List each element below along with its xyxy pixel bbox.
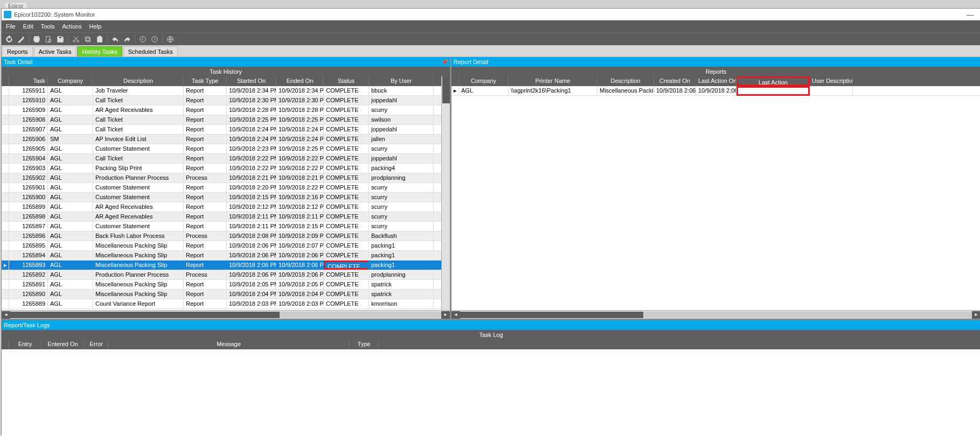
row-selector[interactable] bbox=[2, 202, 9, 212]
reports-grid-body[interactable]: ▸AGL\\agprint2k16\Packing1Miscellaneous … bbox=[451, 86, 980, 310]
rcol-printer-name[interactable]: Printer Name bbox=[509, 76, 597, 86]
col-by-user[interactable]: By User bbox=[369, 76, 434, 86]
print-icon[interactable] bbox=[31, 34, 42, 45]
lcol-message[interactable]: Message bbox=[108, 340, 350, 349]
table-row[interactable]: 1265899AGLAR Aged ReceivablesReport10/9/… bbox=[2, 202, 441, 212]
rcol-last-action[interactable]: Last Action bbox=[736, 76, 810, 86]
table-row[interactable]: 1265902AGLProduction Planner ProcessProc… bbox=[2, 173, 441, 183]
col-company[interactable]: Company bbox=[48, 76, 93, 86]
lcol-entry[interactable]: Entry bbox=[9, 340, 41, 349]
row-selector[interactable] bbox=[2, 135, 9, 144]
paste-icon[interactable] bbox=[94, 34, 105, 45]
row-selector[interactable] bbox=[2, 183, 9, 192]
row-selector[interactable] bbox=[2, 173, 9, 182]
row-selector[interactable] bbox=[2, 115, 9, 124]
table-row[interactable]: ▸1265893AGLMiscellaneous Packing SlipRep… bbox=[2, 261, 441, 270]
table-row[interactable]: 1265901AGLCustomer StatementReport10/9/2… bbox=[2, 183, 441, 193]
minimize-button[interactable]: — bbox=[962, 10, 978, 19]
row-selector[interactable] bbox=[2, 144, 9, 153]
table-row[interactable]: ▸AGL\\agprint2k16\Packing1Miscellaneous … bbox=[451, 86, 980, 96]
nav-back-icon[interactable] bbox=[137, 34, 148, 45]
table-row[interactable]: 1265910AGLCall TicketReport10/9/2018 2:3… bbox=[2, 96, 441, 106]
title-bar[interactable]: Epicor102200: System Monitor — bbox=[2, 9, 980, 20]
rcol-user-description[interactable]: User Descriptio bbox=[810, 76, 853, 86]
lcol-error[interactable]: Error bbox=[85, 340, 108, 349]
menu-edit[interactable]: Edit bbox=[23, 23, 33, 30]
row-selector[interactable] bbox=[2, 212, 9, 221]
row-selector[interactable]: ▸ bbox=[2, 261, 9, 270]
rcol-company[interactable]: Company bbox=[459, 76, 509, 86]
lcol-type[interactable]: Type bbox=[350, 340, 379, 349]
row-selector[interactable] bbox=[2, 299, 9, 308]
menu-actions[interactable]: Actions bbox=[62, 23, 81, 30]
col-status[interactable]: Status bbox=[324, 76, 369, 86]
reports-grid-hscroll[interactable]: ◄ ► bbox=[451, 310, 980, 319]
task-grid-hscroll[interactable]: ◄ ► bbox=[2, 310, 450, 319]
table-row[interactable]: 1265903AGLPacking Slip PrintReport10/9/2… bbox=[2, 164, 441, 173]
row-selector[interactable] bbox=[2, 241, 9, 250]
col-description[interactable]: Description bbox=[93, 76, 184, 86]
row-selector[interactable] bbox=[2, 251, 9, 260]
tab-active-tasks[interactable]: Active Tasks bbox=[34, 46, 77, 57]
table-row[interactable]: 1265892AGLProduction Planner ProcessProc… bbox=[2, 270, 441, 280]
table-row[interactable]: 1265894AGLMiscellaneous Packing SlipRepo… bbox=[2, 251, 441, 261]
table-row[interactable]: 1265906SMAP Invoice Edit ListReport10/9/… bbox=[2, 135, 441, 144]
refresh-icon[interactable] bbox=[4, 34, 15, 45]
menu-tools[interactable]: Tools bbox=[41, 23, 55, 30]
table-row[interactable]: 1265889AGLCount Variance ReportReport10/… bbox=[2, 299, 441, 309]
rcol-created-on[interactable]: Created On bbox=[654, 76, 696, 86]
table-row[interactable]: 1265891AGLMiscellaneous Packing SlipRepo… bbox=[2, 280, 441, 290]
save-icon[interactable] bbox=[55, 34, 66, 45]
nav-forward-icon[interactable] bbox=[149, 34, 160, 45]
menu-file[interactable]: File bbox=[6, 23, 16, 30]
row-selector[interactable] bbox=[2, 270, 9, 279]
row-selector[interactable] bbox=[2, 125, 9, 134]
table-row[interactable]: 1265895AGLMiscellaneous Packing SlipRepo… bbox=[2, 241, 441, 251]
row-selector[interactable] bbox=[2, 86, 9, 95]
menu-help[interactable]: Help bbox=[89, 23, 101, 30]
table-row[interactable]: 1265908AGLCall TicketReport10/9/2018 2:2… bbox=[2, 115, 441, 125]
row-selector[interactable] bbox=[2, 280, 9, 289]
lcol-entered-on[interactable]: Entered On bbox=[41, 340, 85, 349]
table-row[interactable]: 1265911AGLJob TravelerReport10/9/2018 2:… bbox=[2, 86, 441, 96]
table-row[interactable]: 1265907AGLCall TicketReport10/9/2018 2:2… bbox=[2, 125, 441, 135]
row-selector[interactable] bbox=[2, 231, 9, 241]
cut-icon[interactable] bbox=[71, 34, 81, 45]
table-row[interactable]: 1265905AGLCustomer StatementReport10/9/2… bbox=[2, 144, 441, 154]
redo-icon[interactable] bbox=[122, 34, 133, 45]
row-selector[interactable] bbox=[2, 164, 9, 173]
table-row[interactable]: 1265909AGLAR Aged ReceivablesReport10/9/… bbox=[2, 106, 441, 115]
table-row[interactable]: 1265890AGLMiscellaneous Packing SlipRepo… bbox=[2, 290, 441, 299]
row-selector[interactable] bbox=[2, 193, 9, 202]
table-row[interactable]: 1265900AGLCustomer StatementReport10/9/2… bbox=[2, 193, 441, 202]
rcol-last-action-on[interactable]: Last Action On bbox=[696, 76, 736, 86]
table-row[interactable]: 1265896AGLBack Flush Labor ProcessProces… bbox=[2, 231, 441, 241]
log-grid-body[interactable] bbox=[2, 349, 980, 436]
undo-icon[interactable] bbox=[110, 34, 121, 45]
pin-icon[interactable]: 📌 bbox=[441, 59, 448, 65]
table-row[interactable]: 1265904AGLCall TicketReport10/9/2018 2:2… bbox=[2, 154, 441, 164]
globe-icon[interactable] bbox=[165, 34, 176, 45]
log-panel-header: Report/Task Logs bbox=[2, 320, 980, 330]
row-selector[interactable] bbox=[2, 106, 9, 115]
row-selector[interactable]: ▸ bbox=[451, 86, 459, 95]
tab-reports[interactable]: Reports bbox=[2, 46, 33, 57]
col-task[interactable]: Task bbox=[9, 76, 48, 86]
col-task-type[interactable]: Task Type bbox=[184, 76, 227, 86]
tab-scheduled-tasks[interactable]: Scheduled Tasks bbox=[123, 46, 178, 57]
col-ended-on[interactable]: Ended On bbox=[276, 76, 324, 86]
task-grid-vscroll[interactable] bbox=[441, 76, 450, 310]
row-selector[interactable] bbox=[2, 290, 9, 299]
table-row[interactable]: 1265898AGLAR Aged ReceivablesReport10/9/… bbox=[2, 212, 441, 222]
row-selector[interactable] bbox=[2, 96, 9, 105]
print-preview-icon[interactable] bbox=[43, 34, 54, 45]
row-selector[interactable] bbox=[2, 222, 9, 231]
col-started-on[interactable]: Started On bbox=[227, 76, 276, 86]
clear-icon[interactable] bbox=[16, 34, 26, 45]
copy-icon[interactable] bbox=[82, 34, 93, 45]
task-grid-body[interactable]: 1265911AGLJob TravelerReport10/9/2018 2:… bbox=[2, 86, 441, 310]
tab-history-tasks[interactable]: History Tasks bbox=[77, 46, 122, 57]
row-selector[interactable] bbox=[2, 154, 9, 163]
rcol-description[interactable]: Description bbox=[597, 76, 654, 86]
table-row[interactable]: 1265897AGLCustomer StatementReport10/9/2… bbox=[2, 222, 441, 231]
